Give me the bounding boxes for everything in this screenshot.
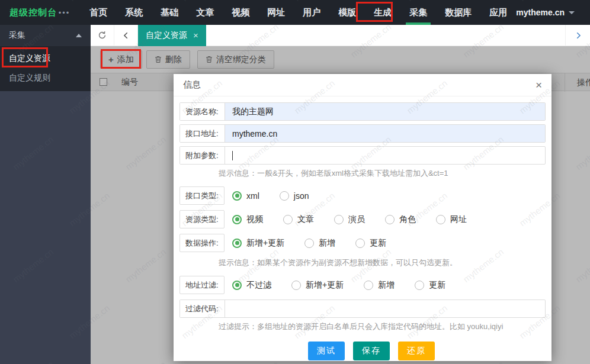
radio-icon <box>291 281 301 290</box>
extra-params-input[interactable] <box>225 147 545 164</box>
restore-button[interactable]: 还原 <box>398 342 435 360</box>
text-cursor <box>232 151 233 160</box>
tab-close-icon[interactable]: × <box>193 30 198 40</box>
chevron-up-icon <box>76 34 82 37</box>
more-menu-icon[interactable]: ••• <box>59 8 70 17</box>
refresh-icon <box>98 31 107 40</box>
radio-icon <box>415 281 424 290</box>
radio-filter-add-update[interactable]: 新增+更新 <box>291 280 344 291</box>
field-resource-name: 资源名称: 我的主题网 <box>179 102 546 121</box>
tab-scroll-left-button[interactable] <box>114 25 138 46</box>
nav-item-user[interactable]: 用户 <box>294 0 329 25</box>
radio-icon <box>304 239 314 248</box>
radio-video[interactable]: 视频 <box>232 214 263 225</box>
radio-website[interactable]: 网址 <box>436 214 467 225</box>
radio-label: 新增+更新 <box>306 280 344 291</box>
save-button[interactable]: 保存 <box>353 342 390 360</box>
field-label: 资源类型: <box>179 210 225 228</box>
nav-item-template[interactable]: 模版 <box>329 0 365 25</box>
tab-scroll-right-button[interactable] <box>565 25 590 46</box>
brand-title: 超级控制台 <box>9 7 59 18</box>
radio-label: 演员 <box>348 214 365 225</box>
filter-code-input[interactable] <box>225 300 545 317</box>
radio-icon <box>232 281 242 290</box>
radio-filter-update[interactable]: 更新 <box>415 280 445 291</box>
topbar: 超级控制台 ••• 首页 系统 基础 文章 视频 网址 用户 模版 生成 采集 … <box>0 0 590 25</box>
radio-update[interactable]: 更新 <box>355 238 386 249</box>
radio-label: 网址 <box>450 214 467 225</box>
field-label: 地址过滤: <box>179 276 225 294</box>
radio-label: 不过滤 <box>246 280 271 291</box>
account-menu[interactable]: mytheme.cn <box>516 8 575 17</box>
radio-filter-add[interactable]: 新增 <box>364 280 395 291</box>
chevron-right-icon <box>574 31 582 40</box>
dialog-body: 资源名称: 我的主题网 接口地址: mytheme.cn 附加参数: 提示信息：… <box>174 96 551 360</box>
field-label: 附加参数: <box>180 147 225 164</box>
nav-item-generate[interactable]: 生成 <box>365 0 400 25</box>
radio-no-filter[interactable]: 不过滤 <box>232 280 271 291</box>
radio-add[interactable]: 新增 <box>304 238 335 249</box>
field-label: 过滤代码: <box>180 300 225 317</box>
field-label: 接口地址: <box>180 125 225 142</box>
nav-item-article[interactable]: 文章 <box>187 0 223 25</box>
field-label: 数据操作: <box>179 234 225 252</box>
radio-icon <box>436 215 445 224</box>
tab-custom-resource[interactable]: 自定义资源 × <box>138 25 206 46</box>
nav-item-database[interactable]: 数据库 <box>436 0 480 25</box>
radio-label: 更新 <box>429 280 445 291</box>
dialog-header: 信息 × <box>174 74 551 96</box>
sidebar-group-collect[interactable]: 采集 <box>0 25 91 46</box>
radio-icon <box>334 215 344 224</box>
resource-name-input[interactable]: 我的主题网 <box>225 103 545 120</box>
nav-item-system[interactable]: 系统 <box>116 0 152 25</box>
field-label: 资源名称: <box>180 103 225 120</box>
sidebar-item-custom-rule[interactable]: 自定义规则 <box>0 68 91 88</box>
radio-add-update[interactable]: 新增+更新 <box>232 238 284 249</box>
field-api-url: 接口地址: mytheme.cn <box>179 124 546 143</box>
radio-group-data-operation: 数据操作: 新增+更新 新增 更新 <box>179 234 546 252</box>
field-extra-params: 附加参数: <box>179 146 546 165</box>
radio-article[interactable]: 文章 <box>283 214 314 225</box>
nav-item-collect[interactable]: 采集 <box>400 0 436 25</box>
radio-icon <box>355 239 365 248</box>
hint-filter-code: 过滤提示：多组地址的资源开启白名单后只会入库指定代码的地址。比如 youku,i… <box>219 321 546 332</box>
top-navigation: 首页 系统 基础 文章 视频 网址 用户 模版 生成 采集 数据库 应用 <box>81 0 516 25</box>
radio-json[interactable]: json <box>280 191 309 201</box>
dialog-actions: 测试 保存 还原 <box>179 342 546 360</box>
radio-label: 新增 <box>378 280 395 291</box>
radio-label: 视频 <box>246 214 263 225</box>
nav-item-base[interactable]: 基础 <box>152 0 187 25</box>
nav-item-home[interactable]: 首页 <box>81 0 116 25</box>
radio-xml[interactable]: xml <box>232 191 259 201</box>
radio-icon <box>385 215 395 224</box>
radio-icon <box>364 281 373 290</box>
nav-item-website[interactable]: 网址 <box>258 0 294 25</box>
nav-item-video[interactable]: 视频 <box>223 0 258 25</box>
radio-group-address-filter: 地址过滤: 不过滤 新增+更新 新增 更新 <box>179 276 546 294</box>
radio-actor[interactable]: 演员 <box>334 214 365 225</box>
sidebar-item-custom-resource[interactable]: 自定义资源 <box>0 49 91 68</box>
radio-icon <box>232 239 242 248</box>
radio-role[interactable]: 角色 <box>385 214 416 225</box>
radio-label: 文章 <box>297 214 314 225</box>
field-label: 接口类型: <box>179 186 225 205</box>
hint-data-operation: 提示信息：如果某个资源作为副资源不想新增数据，可以只勾选更新。 <box>219 257 546 268</box>
refresh-button[interactable] <box>91 25 114 46</box>
sidebar-group-label: 采集 <box>9 30 25 41</box>
chevron-left-icon <box>122 31 130 40</box>
api-url-input[interactable]: mytheme.cn <box>225 125 545 142</box>
dialog-close-icon[interactable]: × <box>536 79 542 91</box>
hint-extra-params: 提示信息：一般&开头，例如老版xml格式采集下载地址需加入&ct=1 <box>219 168 546 179</box>
nav-item-app[interactable]: 应用 <box>480 0 516 25</box>
radio-icon <box>283 215 293 224</box>
radio-group-api-type: 接口类型: xml json <box>179 186 546 205</box>
dialog-title: 信息 <box>183 79 201 91</box>
radio-label: 更新 <box>370 238 386 249</box>
test-button[interactable]: 测试 <box>308 342 345 360</box>
radio-icon <box>232 191 242 201</box>
sidebar-submenu: 自定义资源 自定义规则 <box>0 46 91 91</box>
info-dialog: 信息 × 资源名称: 我的主题网 接口地址: mytheme.cn 附加参数: … <box>174 74 551 361</box>
chevron-down-icon <box>569 11 575 14</box>
radio-icon <box>280 191 289 201</box>
radio-icon <box>232 215 242 224</box>
